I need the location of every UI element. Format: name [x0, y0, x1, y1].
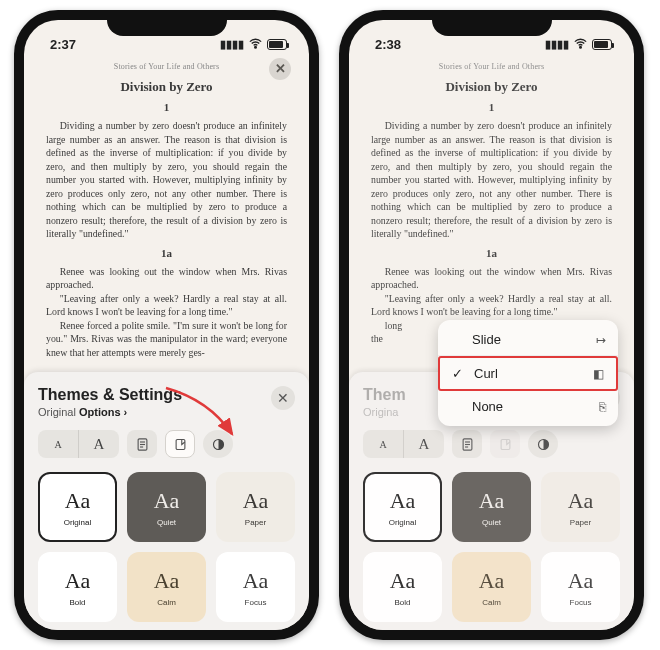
- theme-card-focus[interactable]: AaFocus: [216, 552, 295, 622]
- phone-right: 2:38 ▮▮▮▮ Stories of Your Life and Other…: [339, 10, 644, 640]
- book-title: Stories of Your Life and Others: [46, 62, 287, 71]
- theme-card-quiet[interactable]: AaQuiet: [452, 472, 531, 542]
- sheet-subtitle[interactable]: Original Options ›: [38, 406, 182, 418]
- theme-card-paper[interactable]: AaPaper: [541, 472, 620, 542]
- font-larger-button[interactable]: A: [404, 430, 444, 458]
- themes-toolbar: A A: [363, 430, 620, 458]
- page-turn-button[interactable]: [490, 430, 520, 458]
- theme-sample-icon: Aa: [479, 568, 505, 594]
- clock: 2:38: [375, 37, 401, 52]
- theme-card-calm[interactable]: AaCalm: [127, 552, 206, 622]
- popover-item-icon: ⎘: [599, 400, 606, 414]
- theme-sample-icon: Aa: [243, 488, 269, 514]
- theme-sample-icon: Aa: [390, 568, 416, 594]
- theme-sample-icon: Aa: [65, 488, 91, 514]
- font-smaller-button[interactable]: A: [38, 430, 78, 458]
- appearance-button[interactable]: [203, 430, 233, 458]
- theme-label: Paper: [570, 518, 591, 527]
- check-icon: ✓: [452, 366, 468, 381]
- popover-item-label: Slide: [472, 332, 501, 347]
- theme-sample-icon: Aa: [154, 568, 180, 594]
- themes-grid: AaOriginalAaQuietAaPaperAaBoldAaCalmAaFo…: [363, 472, 620, 622]
- notch: [432, 10, 552, 36]
- theme-label: Paper: [245, 518, 266, 527]
- battery-icon: [592, 39, 612, 50]
- theme-sample-icon: Aa: [390, 488, 416, 514]
- sheet-subtitle[interactable]: Origina: [363, 406, 406, 418]
- theme-card-paper[interactable]: AaPaper: [216, 472, 295, 542]
- theme-sample-icon: Aa: [568, 488, 594, 514]
- phone-left: 2:37 ▮▮▮▮ ✕ Stories of Your Life and Oth…: [14, 10, 319, 640]
- theme-label: Calm: [157, 598, 176, 607]
- appearance-button[interactable]: [528, 430, 558, 458]
- popover-item-curl[interactable]: ✓Curl◧: [438, 356, 618, 391]
- signal-icon: ▮▮▮▮: [220, 38, 244, 51]
- theme-label: Original: [64, 518, 92, 527]
- theme-label: Quiet: [157, 518, 176, 527]
- clock: 2:37: [50, 37, 76, 52]
- page-turn-popover: Slide↦✓Curl◧None⎘: [438, 320, 618, 426]
- font-size-segment: A A: [38, 430, 119, 458]
- popover-item-none[interactable]: None⎘: [438, 391, 618, 422]
- popover-item-label: Curl: [474, 366, 498, 381]
- chapter-title: Division by Zero: [371, 79, 612, 95]
- theme-sample-icon: Aa: [65, 568, 91, 594]
- body-paragraph: Renee was looking out the window when Mr…: [46, 265, 287, 292]
- theme-sample-icon: Aa: [243, 568, 269, 594]
- book-title: Stories of Your Life and Others: [371, 62, 612, 71]
- page-turn-button[interactable]: [165, 430, 195, 458]
- popover-item-icon: ◧: [593, 367, 604, 381]
- theme-card-focus[interactable]: AaFocus: [541, 552, 620, 622]
- popover-item-label: None: [472, 399, 503, 414]
- theme-card-bold[interactable]: AaBold: [363, 552, 442, 622]
- section-number: 1: [371, 101, 612, 113]
- status-icons: ▮▮▮▮: [545, 36, 612, 53]
- themes-grid: AaOriginalAaQuietAaPaperAaBoldAaCalmAaFo…: [38, 472, 295, 622]
- theme-card-bold[interactable]: AaBold: [38, 552, 117, 622]
- close-sheet-button[interactable]: ✕: [271, 386, 295, 410]
- theme-label: Original: [389, 518, 417, 527]
- font-smaller-button[interactable]: A: [363, 430, 403, 458]
- theme-card-original[interactable]: AaOriginal: [38, 472, 117, 542]
- theme-label: Bold: [394, 598, 410, 607]
- svg-point-7: [580, 46, 582, 48]
- theme-label: Calm: [482, 598, 501, 607]
- section-number: 1a: [371, 247, 612, 259]
- section-number: 1a: [46, 247, 287, 259]
- theme-label: Focus: [570, 598, 592, 607]
- body-paragraph: Dividing a number by zero doesn't produc…: [46, 119, 287, 241]
- theme-label: Quiet: [482, 518, 501, 527]
- svg-rect-12: [501, 439, 510, 449]
- scroll-view-button[interactable]: [452, 430, 482, 458]
- theme-sample-icon: Aa: [568, 568, 594, 594]
- signal-icon: ▮▮▮▮: [545, 38, 569, 51]
- body-paragraph: Renee was looking out the window when Mr…: [371, 265, 612, 292]
- theme-sample-icon: Aa: [154, 488, 180, 514]
- body-paragraph: "Leaving after only a week? Hardly a rea…: [371, 292, 612, 319]
- screen-right: 2:38 ▮▮▮▮ Stories of Your Life and Other…: [349, 20, 634, 630]
- battery-icon: [267, 39, 287, 50]
- font-size-segment: A A: [363, 430, 444, 458]
- theme-card-quiet[interactable]: AaQuiet: [127, 472, 206, 542]
- themes-toolbar: A A: [38, 430, 295, 458]
- theme-card-calm[interactable]: AaCalm: [452, 552, 531, 622]
- font-larger-button[interactable]: A: [79, 430, 119, 458]
- section-number: 1: [46, 101, 287, 113]
- theme-sample-icon: Aa: [479, 488, 505, 514]
- wifi-icon: [573, 36, 588, 53]
- body-paragraph: "Leaving after only a week? Hardly a rea…: [46, 292, 287, 319]
- scroll-view-button[interactable]: [127, 430, 157, 458]
- chapter-title: Division by Zero: [46, 79, 287, 95]
- close-reader-button[interactable]: ✕: [269, 58, 291, 80]
- theme-card-original[interactable]: AaOriginal: [363, 472, 442, 542]
- notch: [107, 10, 227, 36]
- svg-rect-5: [176, 439, 185, 449]
- svg-point-0: [255, 46, 257, 48]
- body-paragraph: Renee forced a polite smile. "I'm sure i…: [46, 319, 287, 360]
- theme-label: Focus: [245, 598, 267, 607]
- wifi-icon: [248, 36, 263, 53]
- theme-label: Bold: [69, 598, 85, 607]
- reader-page[interactable]: ✕ Stories of Your Life and Others Divisi…: [24, 58, 309, 630]
- status-icons: ▮▮▮▮: [220, 36, 287, 53]
- popover-item-slide[interactable]: Slide↦: [438, 324, 618, 356]
